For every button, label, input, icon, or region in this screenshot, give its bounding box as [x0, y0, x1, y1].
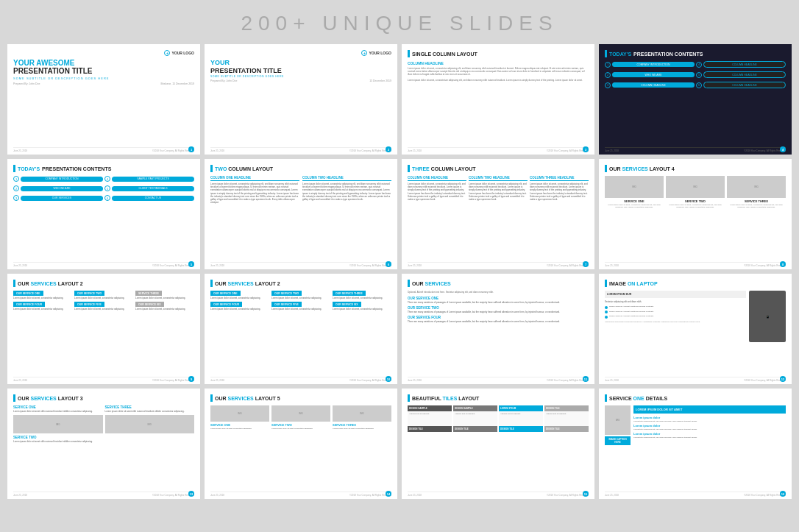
toc-label-5: COLUMN HEADLINE: [703, 71, 786, 78]
slide4-toc-grid: 1 COMPANY INTRODUCTION 4 COLUMN HEADLINE…: [605, 61, 786, 91]
slide8-footer: June 25, 2018 ©2018 Your Company, All Ri…: [605, 262, 786, 267]
slide10-footer: June 25, 2018 ©2018 Your Company, All Ri…: [210, 377, 391, 382]
slide7-accent-bar: [408, 165, 410, 172]
slide13-s3-text: Lorem ipsum dolor sit amet nibh euismod …: [105, 410, 195, 413]
slide15-t1-head: DESIGN SAMPLE: [408, 405, 452, 411]
slide10-s4-title: OUR SERVICE FOUR: [210, 302, 242, 307]
slide9-s4: OUR SERVICE FOUR Lorem ipsum dolor sit a…: [13, 302, 72, 311]
slide16-header: SERVICE ONE DETAILS: [605, 394, 786, 402]
slide14-services: IMG SERVICE ONE Lorem ipsum dolor sit am…: [210, 405, 391, 430]
slide5-num-3: 3: [13, 195, 19, 201]
slide9-s3: SERVICE THREE Lorem ipsum dolor sit amet…: [135, 291, 194, 299]
slide9-s4-text: Lorem ipsum dolor sit amet, consectetur …: [13, 308, 72, 311]
slide5-label-3: OUR SERVICES: [21, 196, 103, 201]
slide-10: OUR SERVICES LAYOUT 2 OUR SERVICE ONE Lo…: [205, 274, 397, 384]
slide12-title: IMAGE ON LAPTOP: [609, 281, 658, 286]
slide5-toc-2: 2 WHO WE ARE: [13, 185, 103, 191]
slide11-num: 11: [583, 376, 589, 382]
slide10-s4: OUR SERVICE FOUR Lorem ipsum dolor sit a…: [210, 302, 269, 311]
slide9-s5-title: OUR SERVICE FIVE: [74, 302, 104, 307]
slide9-footer-date: June 25, 2018: [13, 379, 27, 382]
slide9-s3-title: SERVICE THREE: [135, 291, 162, 296]
slide6-footer-date: June 25, 2018: [210, 264, 224, 267]
slide12-dot-3: [605, 316, 608, 319]
slide7-col1-text: Lorem ipsum dolor sit amet, consectetur …: [408, 182, 466, 201]
slide10-title: OUR SERVICES LAYOUT 2: [215, 281, 280, 286]
slide14-title: OUR SERVICES LAYOUT 5: [215, 396, 280, 401]
slide13-footer: June 25, 2018 ©2018 Your Company, All Ri…: [13, 492, 194, 497]
slide10-num: 10: [386, 376, 391, 382]
slide8-s2-text: Lorem ipsum dolor sit amet, consectetur …: [666, 204, 725, 209]
slide8-services: IMG SERVICE ONE Lorem ipsum dolor sit am…: [605, 176, 786, 209]
slide16-right: LOREM IPSUM DOLOR SIT AMET Lorem ipsum d…: [633, 405, 786, 445]
slide10-s2: OUR SERVICE TWO Lorem ipsum dolor sit am…: [271, 291, 330, 299]
slide8-img-3: IMG: [727, 176, 786, 198]
slide12-laptop-img: 📱: [749, 291, 786, 342]
slide15-t4-head: DESIGN TILE: [544, 405, 589, 411]
slide12-footer-date: June 25, 2018: [605, 379, 619, 382]
slide15-footer-date: June 25, 2018: [408, 494, 422, 497]
slide5-footer: June 25, 2018 ©2018 Your Company, All Ri…: [13, 262, 194, 267]
slide3-footer-date: June 25, 2018: [408, 149, 422, 152]
slide11-s4-text: There are many variations of passages of…: [408, 320, 589, 323]
slide8-img-1: IMG: [605, 176, 664, 198]
slide5-toc-3: 3 OUR SERVICES: [13, 195, 103, 201]
slide1-line1: YOUR AWESOME: [13, 59, 194, 67]
slide1-num: 1: [188, 146, 194, 152]
slide11-s4-title: OUR SERVICE FOUR: [408, 316, 589, 319]
slide4-accent-bar: [605, 50, 607, 57]
slide10-accent-bar: [210, 280, 213, 287]
slide16-num: 16: [780, 491, 786, 497]
slide10-s4-text: Lorem ipsum dolor sit amet, consectetur …: [210, 308, 269, 311]
slide12-text-3: Roinac allamcos Auliquet multitudes flie…: [609, 315, 654, 317]
slide8-s3-text: Lorem ipsum dolor sit amet, consectetur …: [727, 204, 786, 209]
toc-item-6: 6 COLUMN HEADLINE: [696, 82, 786, 88]
slide8-header: OUR SERVICES LAYOUT 4: [605, 165, 786, 172]
slide15-t4-body: Aliquam erat ut praesent.: [544, 411, 589, 426]
slide6-col1-text: Lorem ipsum dolor sit amet, consectetur …: [210, 182, 299, 204]
slide1-footer: June 25, 2018 ©2018 Your Company, All Ri…: [13, 147, 194, 152]
slide12-bottom: Solutoreum doloresmed processed temporar…: [605, 321, 746, 323]
slide11-footer: June 25, 2018 ©2018 Your Company, All Ri…: [408, 377, 589, 382]
slide3-footer: June 25, 2018 ©2018 Your Company, All Ri…: [408, 147, 589, 152]
slide13-s2-text: Lorem ipsum dolor sit amet nibh euismod …: [13, 440, 194, 443]
slide1-footer-info: Prepared By: John Doe Brisbane, 15 Decem…: [13, 82, 194, 85]
slide8-s3-title: SERVICE THREE: [727, 199, 786, 203]
slide12-footer: June 25, 2018 ©2018 Your Company, All Ri…: [605, 377, 786, 382]
slide10-s5-text: Lorem ipsum dolor sit amet, consectetur …: [271, 308, 330, 311]
slide9-s2-text: Lorem ipsum dolor sit amet, consectetur …: [74, 297, 133, 300]
slide5-toc-4: 4 SAMPLE PAST PROJECTS: [104, 176, 194, 182]
slide6-col2: COLUMN TWO HEADLINE Lorem ipsum dolor si…: [302, 176, 391, 204]
slide1-prepared: Prepared By: John Doe: [13, 82, 40, 85]
toc-label-1: COMPANY INTRODUCTION: [612, 62, 695, 67]
toc-item-1: 1 COMPANY INTRODUCTION: [605, 61, 695, 68]
slide13-s3: SERVICE THREE Lorem ipsum dolor sit amet…: [105, 405, 195, 413]
slide-4: TODAY'S PRESENTATION CONTENTS 1 COMPANY …: [599, 44, 792, 155]
slide15-t1-foot: DESIGN TILE: [408, 426, 452, 432]
slide2-footer: June 25, 2018 ©2018 Your Company, All Ri…: [210, 147, 391, 152]
slide14-s3-text: Lorem ipsum dolor sit amet consectetur a…: [333, 428, 391, 430]
slide-3: SINGLE COLUMN LAYOUT COLUMN HEADLINE Lor…: [402, 44, 594, 155]
slide3-text1: Lorem ipsum dolor sit amet, consectetur …: [408, 67, 589, 77]
slide14-img1: IMG: [210, 405, 269, 422]
slide9-s6-text: Lorem ipsum dolor sit amet, consectetur …: [135, 308, 194, 311]
slide10-s1-title: OUR SERVICE ONE: [210, 291, 241, 296]
slide2-date: 15 December 2019: [369, 79, 391, 82]
logo-text-2: YOUR LOGO: [369, 51, 391, 55]
page-header: 200+ UNIQUE SLIDES: [0, 0, 799, 44]
toc-label-6: COLUMN HEADLINE: [703, 82, 786, 88]
toc-item-4: 4 COLUMN HEADLINE: [696, 61, 786, 68]
slide5-num-6: 6: [104, 195, 110, 201]
slide2-prepared-row: Prepared By: John Doe 15 December 2019: [210, 79, 391, 82]
slide11-footer-date: June 25, 2018: [408, 379, 422, 382]
slide3-num: 3: [583, 146, 589, 152]
slide7-footer: June 25, 2018 ©2018 Your Company, All Ri…: [408, 262, 589, 267]
slide5-accent-bar: [13, 165, 15, 172]
slides-grid: + YOUR LOGO YOUR AWESOME PRESENTATION TI…: [0, 44, 799, 506]
logo-icon-2: +: [361, 50, 367, 56]
slide7-col3-head: COLUMN THREE HEADLINE: [530, 176, 589, 181]
slide11-accent-bar: [408, 280, 410, 287]
slide13-footer-date: June 25, 2018: [13, 494, 27, 497]
slide13-s1-text: Lorem ipsum dolor sit amet nibh euismod …: [13, 410, 103, 413]
slide7-col3: COLUMN THREE HEADLINE Lorem ipsum dolor …: [530, 176, 589, 201]
